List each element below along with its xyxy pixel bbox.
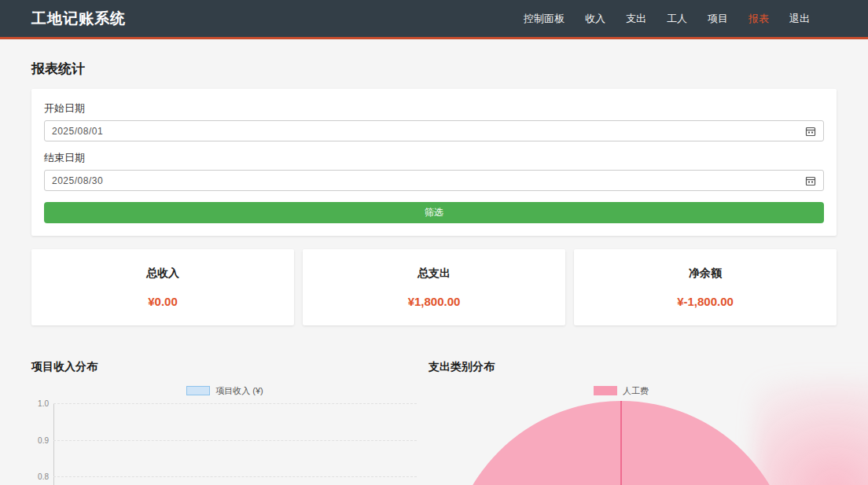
- legend-label: 人工费: [623, 385, 649, 397]
- y-axis-line: [53, 403, 54, 485]
- legend-swatch-pink: [594, 386, 617, 395]
- nav-item-logout[interactable]: 退出: [789, 12, 810, 26]
- page-title: 报表统计: [31, 60, 837, 78]
- nav-menu: 控制面板 收入 支出 工人 项目 报表 退出: [524, 12, 810, 26]
- nav-item-income[interactable]: 收入: [585, 12, 605, 26]
- bar-chart-legend[interactable]: 项目收入 (¥): [31, 385, 418, 396]
- nav-item-workers[interactable]: 工人: [667, 12, 687, 26]
- gridline: [53, 440, 417, 441]
- nav-item-expense[interactable]: 支出: [626, 12, 646, 26]
- calendar-icon[interactable]: [805, 126, 816, 137]
- y-tick-label: 0.9: [31, 436, 49, 445]
- nav-item-projects[interactable]: 项目: [708, 12, 728, 26]
- y-tick-label: 0.8: [31, 472, 49, 481]
- total-expense-card: 总支出 ¥1,800.00: [303, 249, 565, 325]
- chart-title: 支出类别分布: [428, 360, 814, 374]
- date-filter-panel: 开始日期 2025/08/01 结束日期 2025/08/30: [31, 89, 837, 236]
- top-navbar: 工地记账系统 控制面板 收入 支出 工人 项目 报表 退出: [0, 0, 868, 39]
- nav-item-dashboard[interactable]: 控制面板: [524, 12, 565, 26]
- main-content: 报表统计 开始日期 2025/08/01 结束日期 2025/08/30: [0, 60, 868, 485]
- gridline: [53, 476, 417, 477]
- summary-cards-row: 总收入 ¥0.00 总支出 ¥1,800.00 净余额 ¥-1,800.00: [31, 249, 837, 325]
- project-income-chart: 项目收入分布 项目收入 (¥) 1.0 0.9 0.8: [31, 360, 418, 485]
- chart-title: 项目收入分布: [31, 360, 418, 374]
- filter-submit-button[interactable]: 筛选: [44, 202, 824, 223]
- calendar-icon[interactable]: [805, 175, 816, 186]
- pie-slice-border: [620, 401, 622, 485]
- app-title: 工地记账系统: [31, 9, 126, 29]
- total-income-card: 总收入 ¥0.00: [31, 249, 294, 325]
- start-date-value: 2025/08/01: [52, 126, 103, 137]
- legend-swatch-blue: [186, 386, 210, 395]
- legend-label: 项目收入 (¥): [215, 385, 263, 397]
- end-date-input[interactable]: 2025/08/30: [44, 170, 824, 191]
- card-title: 净余额: [689, 266, 722, 281]
- bar-chart-plot-area: 1.0 0.9 0.8: [31, 400, 418, 485]
- y-tick-label: 1.0: [31, 399, 49, 408]
- expense-category-chart: 支出类别分布 人工费: [428, 360, 814, 485]
- end-date-label: 结束日期: [44, 151, 824, 165]
- pie-chart-legend[interactable]: 人工费: [428, 385, 814, 396]
- card-title: 总支出: [417, 266, 451, 281]
- charts-row: 项目收入分布 项目收入 (¥) 1.0 0.9 0.8: [31, 360, 837, 485]
- end-date-value: 2025/08/30: [52, 175, 103, 186]
- net-balance-card: 净余额 ¥-1,800.00: [574, 249, 837, 325]
- card-value: ¥-1,800.00: [677, 295, 734, 308]
- card-value: ¥1,800.00: [408, 295, 461, 308]
- card-value: ¥0.00: [148, 295, 178, 308]
- start-date-label: 开始日期: [44, 101, 824, 116]
- gridline: [53, 403, 417, 404]
- start-date-input[interactable]: 2025/08/01: [44, 120, 824, 141]
- nav-item-reports[interactable]: 报表: [748, 12, 769, 26]
- card-title: 总收入: [146, 266, 179, 281]
